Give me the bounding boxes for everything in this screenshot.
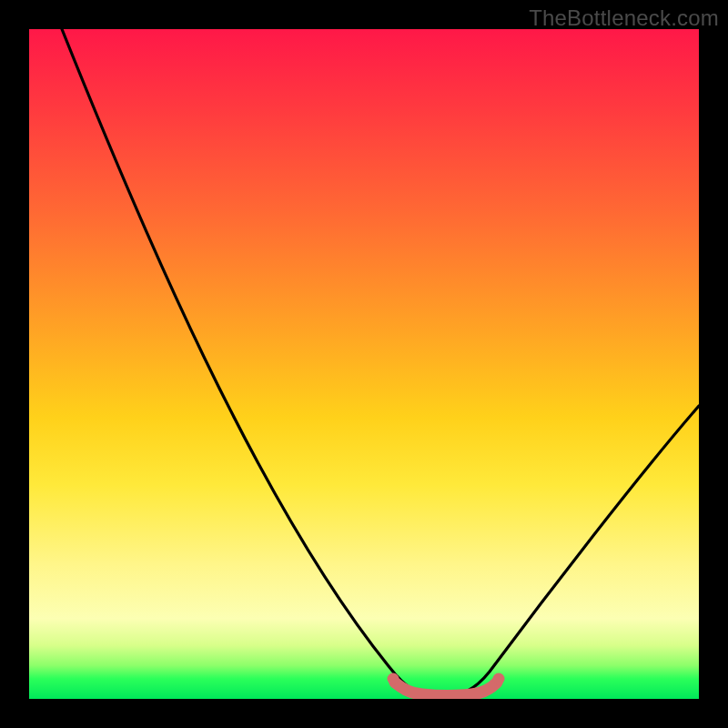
bottleneck-curve-svg [29, 29, 699, 699]
flat-region-end-dot [493, 673, 505, 685]
gradient-plot-area [29, 29, 699, 699]
bottleneck-curve-path [62, 29, 699, 697]
flat-region-marker [395, 682, 497, 696]
chart-frame: TheBottleneck.com [0, 0, 728, 728]
flat-region-start-dot [388, 673, 399, 685]
watermark-text: TheBottleneck.com [529, 5, 719, 31]
